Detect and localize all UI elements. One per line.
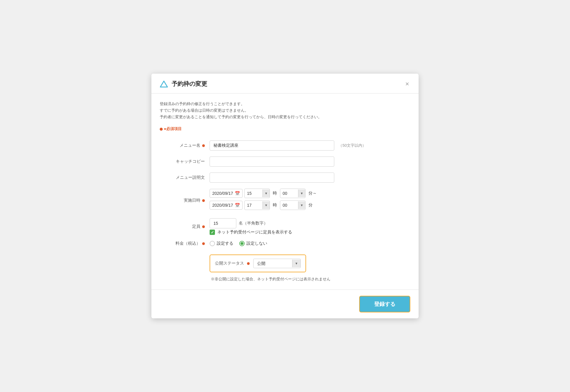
publish-status-outer-label	[160, 249, 207, 285]
capacity-label: 定員	[160, 215, 207, 238]
register-button[interactable]: 登録する	[359, 296, 410, 312]
price-set-option[interactable]: 設定する	[210, 241, 233, 246]
desc-line3: 予約者に変更があることを通知して予約の変更を行ってから、日時の変更を行ってくださ…	[160, 114, 410, 120]
datetime-field: 2020/09/17 📅 15 ▼ 時 00	[207, 186, 410, 215]
dialog-header: 予約枠の変更 ×	[151, 74, 419, 94]
start-date-row: 2020/09/17 📅 15 ▼ 時 00	[210, 189, 408, 198]
end-date-value: 2020/09/17	[212, 203, 233, 208]
dialog: 予約枠の変更 × 登録済みの予約枠の修正を行うことができます。 すでに予約がある…	[151, 74, 419, 318]
end-min-select-wrap: 00 ▼	[280, 200, 305, 210]
price-field: 設定する 設定しない	[207, 238, 410, 249]
end-date-wrap: 2020/09/17 📅	[210, 201, 243, 210]
radio-inner-dot	[240, 242, 243, 245]
start-min-select-wrap: 00 ▼	[280, 189, 305, 198]
show-capacity-row: ネット予約受付ページに定員を表示する	[210, 230, 408, 235]
calendar-icon-end[interactable]: 📅	[235, 203, 240, 208]
start-hour-label: 時	[273, 191, 277, 196]
publish-select-wrap: 公開 非公開 ▼	[253, 259, 301, 268]
svg-marker-0	[160, 81, 167, 87]
start-min-arrow: ▼	[298, 189, 305, 197]
end-hour-arrow: ▼	[262, 201, 270, 209]
catch-copy-label: キャッチコピー	[160, 154, 207, 170]
form-table: メニュー名 （50文字以内） キャッチコピー メニュー説明文	[160, 137, 410, 285]
end-min-select[interactable]: 00	[280, 201, 298, 210]
catch-copy-row: キャッチコピー	[160, 154, 410, 170]
catch-copy-input[interactable]	[210, 157, 334, 167]
capacity-input[interactable]	[210, 218, 236, 228]
start-hour-select-wrap: 15 ▼	[244, 189, 270, 198]
menu-name-hint: （50文字以内）	[338, 143, 366, 148]
catch-copy-field	[207, 154, 410, 170]
publish-status-row: 公開ステータス 公開 非公開 ▼ ※非公開に設定した場合、ネット予約受付ページに…	[160, 249, 410, 285]
publish-status-section: 公開ステータス 公開 非公開 ▼	[210, 255, 306, 272]
logo-icon	[160, 80, 168, 88]
show-capacity-checkbox[interactable]	[210, 230, 215, 235]
calendar-icon[interactable]: 📅	[235, 191, 240, 196]
menu-description-row: メニュー説明文	[160, 170, 410, 186]
end-date-row: 2020/09/17 📅 17 ▼ 時 00	[210, 200, 408, 210]
required-dot-icon	[160, 128, 163, 131]
capacity-field: 名（半角数字） ネット予約受付ページに定員を表示する	[207, 215, 410, 238]
start-min-select[interactable]: 00	[280, 189, 298, 198]
capacity-unit: 名（半角数字）	[239, 221, 268, 226]
menu-name-label: メニュー名	[160, 137, 207, 154]
title-area: 予約枠の変更	[160, 80, 207, 88]
end-min-arrow: ▼	[298, 201, 305, 209]
publish-note: ※非公開に設定した場合、ネット予約受付ページには表示されません	[211, 276, 408, 282]
close-button[interactable]: ×	[404, 80, 410, 88]
menu-description-input[interactable]	[210, 173, 334, 183]
req-dot-price	[202, 242, 205, 245]
start-date-wrap: 2020/09/17 📅	[210, 189, 243, 198]
dialog-body: 登録済みの予約枠の修正を行うことができます。 すでに予約がある場合は日時の変更は…	[151, 94, 419, 285]
req-dot-capacity	[202, 225, 205, 228]
datetime-row: 実施日時 2020/09/17 📅 15 ▼	[160, 186, 410, 215]
required-label: ●必須項目	[160, 126, 410, 132]
end-hour-select[interactable]: 17	[245, 201, 262, 210]
start-hour-select[interactable]: 15	[245, 189, 262, 198]
show-capacity-label: ネット予約受付ページに定員を表示する	[217, 230, 292, 235]
req-dot-publish	[247, 262, 250, 265]
end-hour-select-wrap: 17 ▼	[244, 200, 270, 210]
menu-description-field	[207, 170, 410, 186]
price-radio-group: 設定する 設定しない	[210, 241, 408, 246]
publish-status-label: 公開ステータス	[215, 261, 250, 266]
price-row: 料金（税込） 設定する 設定しない	[160, 238, 410, 249]
req-dot-datetime	[202, 199, 205, 202]
end-hour-label: 時	[273, 203, 277, 208]
capacity-row: 定員 名（半角数字） ネット予約受付ページに定員を表示する	[160, 215, 410, 238]
req-dot-menu	[202, 144, 205, 147]
price-set-radio[interactable]	[210, 241, 215, 246]
datetime-label: 実施日時	[160, 186, 207, 215]
publish-status-select[interactable]: 公開 非公開	[254, 259, 292, 268]
price-not-set-option[interactable]: 設定しない	[239, 241, 267, 246]
dialog-title: 予約枠の変更	[172, 80, 207, 88]
dialog-footer: 登録する	[151, 290, 419, 318]
end-min-label: 分	[308, 203, 313, 208]
price-label: 料金（税込）	[160, 238, 207, 249]
menu-name-row: メニュー名 （50文字以内）	[160, 137, 410, 154]
publish-status-field: 公開ステータス 公開 非公開 ▼ ※非公開に設定した場合、ネット予約受付ページに…	[207, 249, 410, 285]
desc-line1: 登録済みの予約枠の修正を行うことができます。	[160, 101, 410, 107]
price-not-set-radio[interactable]	[239, 241, 245, 246]
start-hour-arrow: ▼	[262, 189, 270, 197]
publish-select-arrow: ▼	[292, 260, 300, 267]
menu-description-label: メニュー説明文	[160, 170, 207, 186]
desc-line2: すでに予約がある場合は日時の変更はできません。	[160, 107, 410, 114]
menu-name-input[interactable]	[210, 140, 334, 151]
menu-name-field: （50文字以内）	[207, 137, 410, 154]
description: 登録済みの予約枠の修正を行うことができます。 すでに予約がある場合は日時の変更は…	[160, 101, 410, 120]
start-min-label: 分～	[308, 191, 317, 196]
start-date-value: 2020/09/17	[212, 191, 233, 196]
